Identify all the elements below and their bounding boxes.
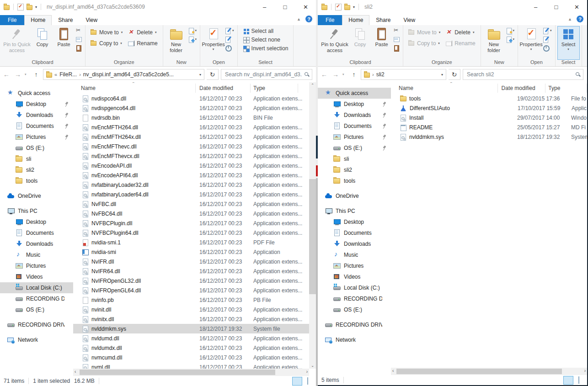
minimize-button[interactable]: – [254, 0, 275, 14]
qat-customize-caret[interactable]: ▾ [353, 5, 355, 9]
copy-path-icon[interactable] [393, 36, 400, 42]
collapse-ribbon-icon[interactable]: ▲ [297, 17, 301, 21]
column-header-date-modified[interactable]: Date modified [196, 84, 251, 93]
breadcrumb-parent[interactable]: FileR... [59, 71, 77, 78]
tab-view[interactable]: View [397, 15, 422, 25]
file-row[interactable]: nvlddmkm.sys 18/12/2017 19:32 System fil… [73, 324, 309, 333]
properties-button[interactable]: Properties ▾ [203, 26, 224, 59]
back-button[interactable]: ← [320, 71, 329, 78]
recent-locations-caret[interactable]: ▾ [342, 73, 347, 76]
vertical-scroll-thumb[interactable] [309, 179, 316, 294]
paste-button[interactable]: Paste [53, 26, 75, 59]
sidebar-item[interactable]: Music [318, 249, 391, 260]
cut-icon[interactable] [393, 27, 400, 34]
paste-shortcut-icon[interactable] [75, 45, 82, 51]
file-row[interactable]: nvidia-smi 16/12/2017 00:23 Application [73, 247, 309, 257]
select-none-button[interactable]: Select none [243, 37, 289, 43]
file-row[interactable]: NvFBC.dll 16/12/2017 00:23 Application e… [73, 199, 309, 209]
sidebar-item[interactable]: Local Disk (C:) [0, 282, 73, 293]
scroll-down-icon[interactable]: ⌄ [309, 364, 316, 368]
history-icon[interactable] [543, 45, 549, 51]
sidebar-item[interactable]: OS (E:) [0, 304, 73, 315]
details-view-button[interactable] [564, 376, 573, 384]
file-row[interactable]: NvIFROpenGL64.dll 16/12/2017 00:23 Appli… [73, 286, 309, 295]
copy-button[interactable]: Copy [32, 26, 53, 59]
collapse-ribbon-icon[interactable]: ▲ [568, 17, 572, 21]
copy-to-button[interactable]: Copy to▾ [408, 40, 440, 47]
file-row[interactable]: nvEncMFThevcx.dll 16/12/2017 00:23 Appli… [73, 151, 309, 161]
address-bar[interactable]: › sli2 ▾ [361, 69, 446, 80]
invert-selection-button[interactable]: Invert selection [243, 45, 289, 52]
tab-file[interactable]: File [0, 15, 24, 25]
properties-button[interactable]: Properties ▾ [520, 26, 542, 59]
easy-access-icon[interactable] [506, 36, 512, 42]
address-dropdown-caret[interactable]: ▾ [199, 73, 201, 77]
new-folder-icon[interactable] [344, 5, 350, 10]
refresh-button[interactable]: ↻ [207, 69, 219, 80]
file-row[interactable]: nvlddmkm.sys 18/12/2017 19:32 System [391, 132, 587, 142]
sidebar-item[interactable]: OS (E:) [318, 304, 391, 315]
search-icon[interactable] [575, 72, 581, 77]
copy-to-button[interactable]: Copy to▾ [91, 40, 123, 47]
file-row[interactable]: DifferentSLIAuto 17/10/2017 15:59 Applic [391, 103, 587, 113]
sidebar-item[interactable]: sli [318, 153, 391, 164]
horizontal-scroll-thumb[interactable] [396, 369, 562, 374]
file-row[interactable]: NvIFR64.dll 16/12/2017 00:23 Application… [73, 266, 309, 276]
file-row[interactable]: nvinit.dll 16/12/2017 00:23 Application … [73, 305, 309, 314]
sidebar-item[interactable]: Desktop [318, 99, 391, 110]
sidebar-item[interactable]: RECORDING DRIVE (D [0, 319, 73, 330]
open-with-icon[interactable] [543, 36, 549, 42]
file-row[interactable]: nvldumd.dll 16/12/2017 00:23 Application… [73, 333, 309, 343]
file-row[interactable]: nvEncMFTH264x.dll 16/12/2017 00:23 Appli… [73, 132, 309, 142]
maximize-button[interactable]: □ [546, 0, 567, 14]
refresh-button[interactable]: ↻ [449, 69, 460, 80]
copy-button[interactable]: Copy [349, 26, 371, 59]
vertical-scrollbar[interactable]: ⌃ ⌄ [309, 82, 316, 369]
minimize-button[interactable]: – [525, 0, 546, 14]
up-button[interactable]: ↑ [349, 71, 358, 78]
sidebar-item[interactable]: Downloads [0, 238, 73, 249]
sidebar-item[interactable]: Documents [318, 227, 391, 238]
sidebar-item[interactable]: Quick access [318, 88, 391, 99]
sidebar-item[interactable]: Local Disk (C:) [318, 282, 391, 293]
edit-icon[interactable] [543, 27, 549, 34]
thumbnails-view-button[interactable] [303, 377, 312, 385]
close-button[interactable]: ✕ [567, 0, 587, 14]
file-row[interactable]: NVFBCPlugin64.dll 16/12/2017 00:23 Appli… [73, 228, 309, 238]
sidebar-item[interactable]: sli2 [318, 164, 391, 175]
horizontal-scrollbar[interactable]: ‹ › [391, 368, 587, 375]
sidebar-item[interactable]: Network [318, 334, 391, 345]
scroll-left-icon[interactable]: ‹ [75, 369, 76, 374]
paste-shortcut-icon[interactable] [393, 45, 400, 51]
sidebar-item[interactable]: Videos [318, 271, 391, 282]
sidebar-item[interactable]: tools [318, 175, 391, 186]
new-folder-icon[interactable] [27, 5, 32, 10]
column-header-type[interactable]: Type [251, 84, 298, 93]
search-icon[interactable] [304, 72, 310, 77]
details-view-button[interactable] [293, 377, 302, 385]
sidebar-item[interactable]: Music [0, 249, 73, 260]
file-row[interactable]: NvIFROpenGL32.dll 16/12/2017 00:23 Appli… [73, 276, 309, 286]
forward-button[interactable]: → [13, 71, 22, 78]
move-to-button[interactable]: Move to▾ [91, 29, 123, 36]
sidebar-item[interactable]: Documents [0, 121, 73, 132]
sidebar-item[interactable]: OS (E:) [0, 143, 73, 153]
easy-access-icon[interactable] [188, 36, 194, 42]
sidebar-item[interactable]: Desktop [0, 217, 73, 227]
column-header-type[interactable]: Type [545, 84, 587, 93]
sidebar-item[interactable]: This PC [318, 206, 391, 217]
help-icon[interactable]: ? [305, 16, 312, 22]
sidebar-item[interactable]: Pictures [0, 132, 73, 143]
file-row[interactable]: nvidia-smi.1 16/12/2017 00:23 PDF File [73, 238, 309, 247]
properties-check-icon[interactable] [335, 4, 342, 11]
sidebar-item[interactable]: OneDrive [0, 190, 73, 201]
file-row[interactable]: NVFBCPlugin.dll 16/12/2017 00:23 Applica… [73, 218, 309, 228]
search-input[interactable] [221, 69, 312, 80]
address-dropdown-caret[interactable]: ▾ [441, 73, 443, 77]
new-folder-button[interactable]: New folder [483, 26, 505, 59]
horizontal-scrollbar[interactable]: ‹ › [73, 369, 309, 376]
edit-icon[interactable] [225, 27, 231, 34]
folder-icon[interactable] [4, 5, 10, 10]
column-header-name[interactable]: Name [391, 84, 498, 93]
sidebar-item[interactable]: OS (E:) [318, 143, 391, 153]
